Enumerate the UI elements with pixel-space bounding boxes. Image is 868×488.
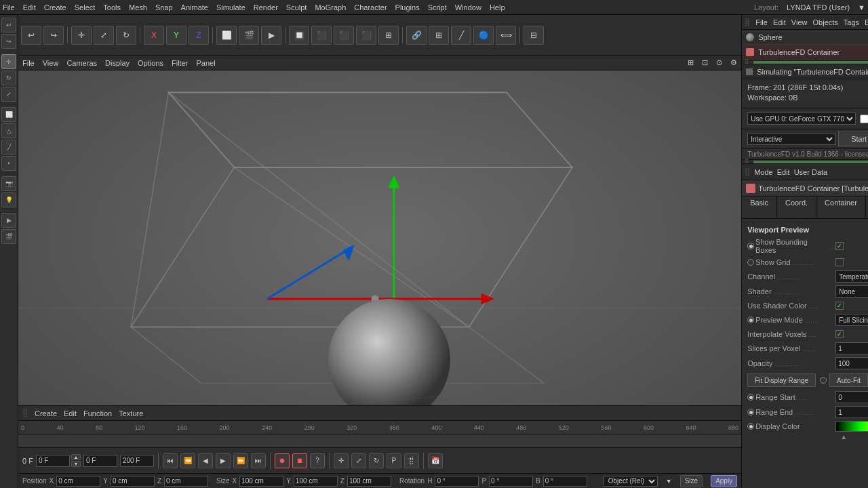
vp-tab-filter[interactable]: Filter — [172, 59, 188, 67]
prop-sc-check[interactable]: ✓ — [835, 302, 844, 310]
tab-coord[interactable]: Coord. — [777, 197, 816, 218]
help-btn[interactable]: ? — [310, 453, 325, 468]
apply-button[interactable]: Apply — [711, 475, 737, 487]
param-key-btn[interactable]: P — [387, 453, 401, 468]
range-start-input[interactable] — [835, 391, 868, 403]
scale-key-btn[interactable]: ⤢ — [351, 453, 366, 468]
vp-icon-1[interactable]: ⊞ — [688, 58, 694, 67]
tb-render[interactable]: ▶ — [261, 26, 281, 45]
menu-window[interactable]: Window — [455, 3, 481, 12]
record-btn[interactable]: ⏺ — [275, 453, 290, 468]
tb-rotate[interactable]: ↻ — [116, 26, 136, 45]
slices-input[interactable] — [835, 342, 868, 354]
scale-icon[interactable]: ⤢ — [1, 87, 16, 102]
start-button[interactable]: Start — [838, 131, 868, 146]
tb-redo[interactable]: ↪ — [43, 26, 64, 45]
rot-key-btn[interactable]: ↻ — [369, 453, 384, 468]
tb-top[interactable]: ⬛ — [311, 26, 332, 45]
autofit-radio[interactable] — [820, 377, 827, 384]
prop-bb-radio[interactable] — [747, 243, 754, 249]
gpu-select[interactable]: Use GPU 0: GeForce GTX 770 — [747, 113, 856, 125]
menu-create[interactable]: Create — [44, 3, 66, 12]
rp-objects[interactable]: Objects — [813, 18, 838, 26]
object-mode-select[interactable]: Object (Rel) — [604, 476, 658, 487]
poly-icon[interactable]: △ — [1, 123, 16, 138]
play-back-btn[interactable]: ◀ — [198, 453, 213, 468]
tb-scale[interactable]: ⤢ — [94, 26, 114, 45]
h-input[interactable] — [435, 476, 479, 487]
tb-undo[interactable]: ↩ — [21, 26, 41, 45]
prop-re-radio[interactable] — [747, 409, 754, 415]
layout-arrow[interactable]: ▼ — [858, 3, 865, 12]
tl-tab-edit[interactable]: Edit — [64, 409, 77, 418]
play-fwd-btn[interactable]: ▶ — [216, 453, 231, 468]
menu-snap[interactable]: Snap — [155, 3, 173, 12]
start-frame-input[interactable] — [36, 455, 70, 467]
tb-anim[interactable]: 🎬 — [239, 26, 259, 45]
tb-front[interactable]: ⬛ — [356, 26, 376, 45]
render-when-checkbox[interactable] — [860, 115, 868, 123]
range-end-input[interactable] — [835, 406, 868, 418]
rp-view[interactable]: View — [791, 18, 808, 26]
menu-simulate[interactable]: Simulate — [216, 3, 245, 12]
menu-file[interactable]: File — [3, 3, 15, 12]
vp-tab-options[interactable]: Options — [138, 59, 163, 67]
tb-sym[interactable]: ⟺ — [496, 26, 516, 45]
tb-x[interactable]: X — [144, 26, 164, 45]
menu-mograph[interactable]: MoGraph — [315, 3, 346, 12]
step-fwd-btn[interactable]: ⏩ — [233, 453, 248, 468]
prop-pm-radio[interactable] — [747, 317, 754, 323]
menu-script[interactable]: Script — [428, 3, 447, 12]
vp-tab-file[interactable]: File — [22, 59, 35, 67]
menu-edit[interactable]: Edit — [23, 3, 36, 12]
rp-edit[interactable]: Edit — [773, 18, 786, 26]
z-pos-input[interactable] — [164, 476, 208, 487]
vp-tab-display[interactable]: Display — [105, 59, 130, 67]
menu-animate[interactable]: Animate — [181, 3, 208, 12]
prop-grid-radio[interactable] — [747, 259, 754, 266]
sx-input[interactable] — [239, 476, 283, 487]
vp-icon-4[interactable]: ⚙ — [730, 58, 737, 67]
menu-mesh[interactable]: Mesh — [129, 3, 147, 12]
tb-snap[interactable]: 🔗 — [406, 26, 427, 45]
rp-bookmarks[interactable]: Bookmarks — [865, 18, 868, 26]
tb-4view[interactable]: ⊞ — [378, 26, 399, 45]
menu-character[interactable]: Character — [354, 3, 387, 12]
anim-icon[interactable]: ▶ — [1, 213, 16, 228]
props-userdata[interactable]: User Data — [794, 168, 828, 176]
pla-key-btn[interactable]: ⣿ — [404, 453, 419, 468]
goto-end-btn[interactable]: ⏭ — [251, 453, 266, 468]
stop-btn[interactable]: ⏹ — [292, 453, 307, 468]
tb-persp[interactable]: 🔲 — [289, 26, 309, 45]
autofit-btn[interactable]: Auto-Fit — [829, 373, 868, 387]
point-icon[interactable]: • — [1, 156, 16, 171]
opacity-input[interactable] — [835, 357, 868, 369]
menu-plugins[interactable]: Plugins — [395, 3, 420, 12]
menu-sculpt[interactable]: Sculpt — [286, 3, 307, 12]
vp-tab-panel[interactable]: Panel — [196, 59, 215, 67]
current-frame-input[interactable] — [83, 455, 117, 467]
b-input[interactable] — [543, 476, 587, 487]
tl-tab-create[interactable]: Create — [35, 409, 57, 418]
tb-layer[interactable]: ⊟ — [524, 26, 544, 45]
tl-tab-texture[interactable]: Texture — [119, 409, 143, 418]
goto-start-btn[interactable]: ⏮ — [163, 453, 178, 468]
p-input[interactable] — [489, 476, 533, 487]
x-pos-input[interactable] — [56, 476, 100, 487]
timeline-btn[interactable]: 📅 — [428, 453, 443, 468]
sz-input[interactable] — [347, 476, 391, 487]
mode-arrow[interactable]: ▼ — [666, 478, 672, 485]
end-frame-input[interactable] — [120, 455, 154, 467]
shader-select[interactable]: None — [835, 285, 868, 298]
menu-render[interactable]: Render — [254, 3, 278, 12]
color-bar[interactable] — [835, 421, 868, 432]
prop-bb-check[interactable]: ✓ — [835, 242, 844, 250]
tb-obj[interactable]: ⬜ — [216, 26, 237, 45]
tb-side[interactable]: ⬛ — [334, 26, 354, 45]
channel-select[interactable]: Temperature — [835, 270, 868, 283]
preview-mode-select[interactable]: Full Slicing — [835, 314, 868, 326]
tl-tab-function[interactable]: Function — [83, 409, 112, 418]
move-icon[interactable]: ✛ — [1, 54, 16, 69]
size-button[interactable]: Size — [680, 475, 703, 487]
props-edit[interactable]: Edit — [777, 168, 790, 176]
